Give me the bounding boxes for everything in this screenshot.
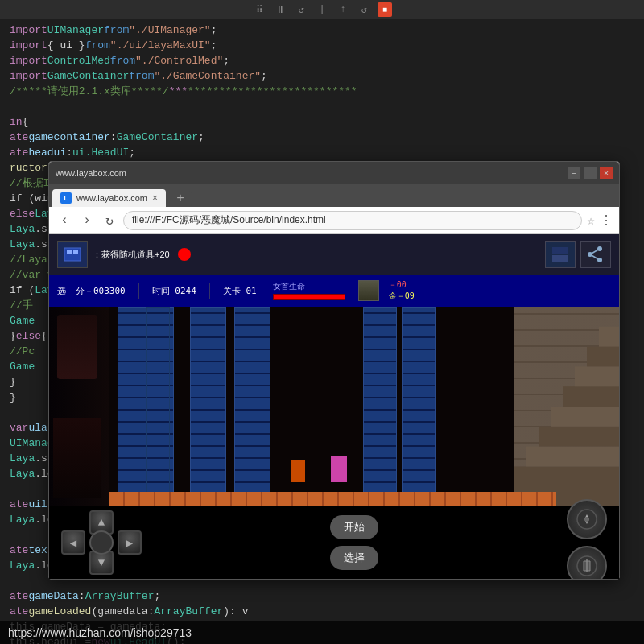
player-char: [291, 460, 305, 482]
hud-notification: ：获得随机道具+20: [93, 249, 170, 261]
browser-tab-bar: L www.layabox.com × +: [49, 184, 619, 207]
game-floor: [109, 492, 556, 506]
taskbar-pause-icon[interactable]: ⏸: [273, 2, 287, 17]
code-line-3: import ControlMed from "./ControlMed" ;: [0, 53, 644, 68]
divider1: [138, 283, 139, 299]
code-line-4: import GameContainer from "./GameContain…: [0, 68, 644, 84]
enemy-char: [331, 456, 347, 482]
stats-area: －00 金－09: [389, 279, 415, 302]
watermark: https://www.huzhan.com/ishop29713: [0, 621, 644, 644]
time-label: 时间 0244: [152, 285, 196, 297]
svg-rect-15: [599, 327, 619, 347]
code-line-39: ate gameLoaded (gamedata: ArrayBuffer ):…: [0, 604, 644, 619]
characters-area: [287, 450, 351, 482]
score-label: 分－003300: [76, 285, 126, 297]
taskbar-separator: |: [315, 2, 329, 17]
action-button-b[interactable]: [567, 546, 607, 579]
platform-group-1: [114, 307, 178, 506]
hud-heart-icon: [178, 248, 191, 261]
forward-button[interactable]: ›: [78, 212, 96, 229]
start-button[interactable]: 开始: [330, 515, 378, 539]
url-input[interactable]: [123, 211, 582, 230]
platform-col-3: [190, 307, 226, 506]
platform-col-2: [146, 307, 170, 506]
svg-rect-12: [563, 386, 619, 407]
browser-close-button[interactable]: ✕: [600, 167, 613, 179]
code-line-1: import UIManager from "./UIManager" ;: [0, 23, 644, 38]
platform-col-4: [234, 307, 270, 506]
svg-rect-9: [526, 447, 619, 467]
dpad-left-button[interactable]: ◀: [61, 530, 85, 555]
hud-right-icons: [545, 241, 611, 268]
taskbar-up-icon[interactable]: ↑: [336, 2, 350, 17]
taskbar-reload-icon[interactable]: ↺: [357, 2, 371, 17]
left-area: [49, 307, 109, 506]
svg-point-17: [584, 517, 589, 522]
char-icon: [358, 280, 379, 301]
hud-map-icon: [545, 241, 576, 268]
watermark-text: https://www.huzhan.com/ishop29713: [8, 626, 192, 639]
code-line-5: /*****请使用2.1.x类库*****/ *** *************…: [0, 84, 644, 99]
action-button-a[interactable]: [567, 499, 607, 539]
taskbar-stop-icon[interactable]: ■: [378, 2, 392, 17]
platform-col-5: [363, 307, 397, 506]
score-bar: 选 分－003300 时间 0244 关卡 01 女首生命 －00 金－09: [49, 275, 619, 307]
refresh-button[interactable]: ↻: [101, 212, 118, 229]
taskbar-grid-icon[interactable]: ⠿: [252, 2, 266, 17]
browser-title: www.layabox.com: [56, 168, 126, 178]
stage-label: 关卡 01: [223, 285, 257, 297]
hud-share-icon: [580, 241, 611, 268]
browser-minimize-button[interactable]: –: [568, 167, 580, 179]
dpad-center: [89, 530, 114, 555]
game-content: ：获得随机道具+20 选 分－003300 时间 0244: [49, 234, 619, 579]
action-buttons: [567, 499, 607, 579]
browser-window: www.layabox.com – □ ✕ L www.layabox.com …: [48, 161, 620, 580]
back-button[interactable]: ‹: [56, 212, 73, 229]
new-tab-button[interactable]: +: [169, 191, 192, 207]
browser-tab-active[interactable]: L www.layabox.com ×: [52, 189, 166, 207]
dpad: ▲ ▼ ◀ ▶: [61, 510, 142, 575]
browser-controls: – □ ✕: [568, 167, 613, 179]
tab-label: www.layabox.com: [76, 193, 147, 203]
taskbar: ⠿ ⏸ ↺ | ↑ ↺ ■: [0, 0, 644, 19]
gold-label: 金－09: [389, 291, 415, 302]
taskbar-refresh-icon[interactable]: ↺: [294, 2, 308, 17]
life-prefix: 女首生命: [273, 281, 345, 292]
code-line-38: ate gameData : ArrayBuffer ;: [0, 588, 644, 604]
menu-buttons: 开始 选择: [330, 515, 378, 570]
left-deco-bottom: [53, 418, 101, 498]
svg-rect-1: [67, 250, 72, 254]
score-label-prefix: 选: [57, 285, 66, 297]
tab-favicon-icon: L: [60, 192, 72, 204]
svg-rect-14: [587, 347, 619, 367]
divider2: [209, 283, 210, 299]
code-line-9: ate headui : ui.HeadUI ;: [0, 145, 644, 160]
browser-restore-button[interactable]: □: [584, 167, 597, 179]
hp-label: －00: [389, 279, 415, 291]
health-bar: [273, 294, 345, 300]
game-hud: ：获得随机道具+20: [49, 234, 619, 275]
bookmark-icon[interactable]: ☆: [587, 213, 595, 229]
dpad-right-button[interactable]: ▶: [118, 530, 142, 555]
svg-rect-2: [73, 250, 78, 254]
browser-menu-icon[interactable]: ⋮: [600, 213, 613, 229]
browser-addressbar: ‹ › ↻ ☆ ⋮: [49, 207, 619, 234]
hud-item-icon: [57, 241, 88, 268]
left-deco-top: [57, 315, 97, 379]
platform-col-6: [402, 307, 436, 506]
svg-rect-13: [575, 366, 619, 386]
platform-group-3: [363, 307, 436, 506]
svg-rect-11: [551, 407, 619, 427]
code-line-8: ate gamecontainer : GameContainer ;: [0, 130, 644, 145]
stairs-area: [514, 307, 619, 506]
svg-rect-10: [539, 427, 619, 447]
platform-group-2: [190, 307, 270, 506]
code-line-2: import { ui } from "./ui/layaMaxUI" ;: [0, 38, 644, 53]
game-scene: [49, 307, 619, 506]
code-line-6: [0, 99, 644, 114]
code-line-7: in {: [0, 114, 644, 130]
game-controls: ▲ ▼ ◀ ▶ 开始 选择: [49, 506, 619, 579]
svg-line-7: [590, 254, 600, 260]
select-button[interactable]: 选择: [330, 546, 378, 570]
tab-close-icon[interactable]: ×: [152, 192, 158, 204]
